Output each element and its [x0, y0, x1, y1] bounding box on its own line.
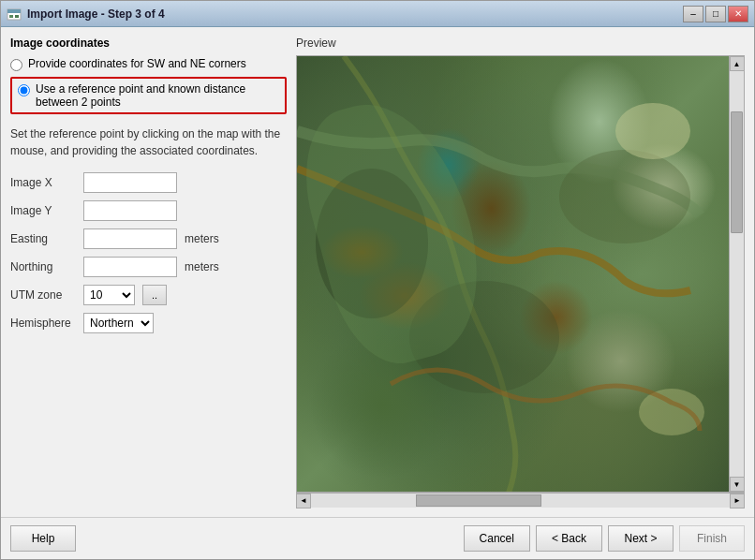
main-content: Image coordinates Provide coordinates fo…: [1, 27, 754, 517]
easting-input[interactable]: [83, 228, 177, 249]
scroll-right-arrow[interactable]: ►: [730, 494, 745, 508]
utm-zone-dotdot-button[interactable]: ..: [142, 285, 167, 305]
image-y-row: Image Y: [10, 200, 287, 221]
hemisphere-row: Hemisphere Northern Southern: [10, 313, 287, 333]
utm-zone-select[interactable]: 10 11 12: [83, 285, 135, 305]
scroll-up-arrow[interactable]: ▲: [730, 56, 745, 71]
radio-option2-box: Use a reference point and known distance…: [10, 77, 287, 114]
svg-point-8: [639, 389, 704, 435]
scroll-track-h: [311, 494, 730, 508]
utm-zone-row: UTM zone 10 11 12 ..: [10, 285, 287, 305]
scroll-thumb-v[interactable]: [731, 111, 743, 233]
window-controls: – □ ✕: [683, 6, 748, 22]
radio-option1-input[interactable]: [10, 59, 22, 71]
titlebar: Import Image - Step 3 of 4 – □ ✕: [1, 1, 754, 27]
hemisphere-label: Hemisphere: [10, 317, 76, 330]
image-coordinates-section: Image coordinates Provide coordinates fo…: [10, 37, 287, 333]
svg-point-4: [316, 169, 428, 318]
help-button[interactable]: Help: [10, 525, 76, 552]
scroll-track-v: [730, 71, 744, 477]
northing-label: Northing: [10, 260, 76, 273]
close-button[interactable]: ✕: [728, 6, 748, 22]
preview-inner: ▲ ▼: [296, 55, 745, 493]
easting-row: Easting meters: [10, 228, 287, 249]
map-image[interactable]: [297, 56, 729, 492]
form-grid: Image X Image Y Easting meters: [10, 172, 287, 333]
preview-container[interactable]: ▲ ▼: [296, 55, 745, 493]
svg-point-7: [615, 103, 690, 159]
svg-rect-3: [15, 15, 19, 18]
northing-unit: meters: [185, 260, 219, 273]
easting-unit: meters: [185, 232, 219, 245]
northing-row: Northing meters: [10, 257, 287, 277]
back-button[interactable]: < Back: [536, 525, 602, 552]
vertical-scrollbar[interactable]: ▲ ▼: [729, 56, 744, 492]
scroll-down-arrow[interactable]: ▼: [730, 477, 745, 492]
main-window: Import Image - Step 3 of 4 – □ ✕ Image c…: [0, 0, 755, 560]
radio-option2-input[interactable]: [18, 84, 30, 96]
radio-option1-item[interactable]: Provide coordinates for SW and NE corner…: [10, 57, 287, 71]
radio-option2-item[interactable]: Use a reference point and known distance…: [18, 82, 279, 109]
svg-point-5: [409, 281, 559, 393]
cancel-button[interactable]: Cancel: [464, 525, 530, 552]
scroll-thumb-h[interactable]: [416, 494, 541, 507]
scroll-left-arrow[interactable]: ◄: [296, 494, 311, 508]
window-title: Import Image - Step 3 of 4: [27, 7, 677, 21]
svg-point-6: [559, 150, 690, 243]
map-overlay: [297, 56, 729, 492]
right-panel: Preview: [296, 37, 745, 508]
left-panel: Image coordinates Provide coordinates fo…: [10, 37, 287, 508]
svg-rect-2: [9, 15, 13, 18]
radio-group: Provide coordinates for SW and NE corner…: [10, 57, 287, 114]
minimize-button[interactable]: –: [683, 6, 703, 22]
nav-buttons: Cancel < Back Next > Finish: [464, 525, 745, 552]
hemisphere-select[interactable]: Northern Southern: [83, 313, 154, 333]
radio-option2-label: Use a reference point and known distance…: [36, 82, 279, 109]
radio-option1-label: Provide coordinates for SW and NE corner…: [28, 57, 246, 70]
finish-button[interactable]: Finish: [679, 525, 745, 552]
bottom-bar: Help Cancel < Back Next > Finish: [1, 517, 754, 559]
horizontal-scrollbar[interactable]: ◄ ►: [296, 493, 745, 508]
image-y-input[interactable]: [83, 200, 177, 221]
image-x-row: Image X: [10, 172, 287, 193]
window-icon: [7, 7, 22, 22]
svg-rect-1: [7, 9, 21, 13]
preview-title: Preview: [296, 37, 745, 50]
easting-label: Easting: [10, 232, 76, 245]
utm-zone-label: UTM zone: [10, 288, 76, 302]
maximize-button[interactable]: □: [705, 6, 726, 22]
northing-input[interactable]: [83, 257, 177, 277]
section-title: Image coordinates: [10, 37, 287, 50]
preview-wrapper: ▲ ▼ ◄ ►: [296, 55, 745, 508]
image-y-label: Image Y: [10, 204, 76, 217]
description-text: Set the reference point by clicking on t…: [10, 125, 287, 159]
next-button[interactable]: Next >: [608, 525, 674, 552]
image-x-label: Image X: [10, 176, 76, 189]
image-x-input[interactable]: [83, 172, 177, 193]
